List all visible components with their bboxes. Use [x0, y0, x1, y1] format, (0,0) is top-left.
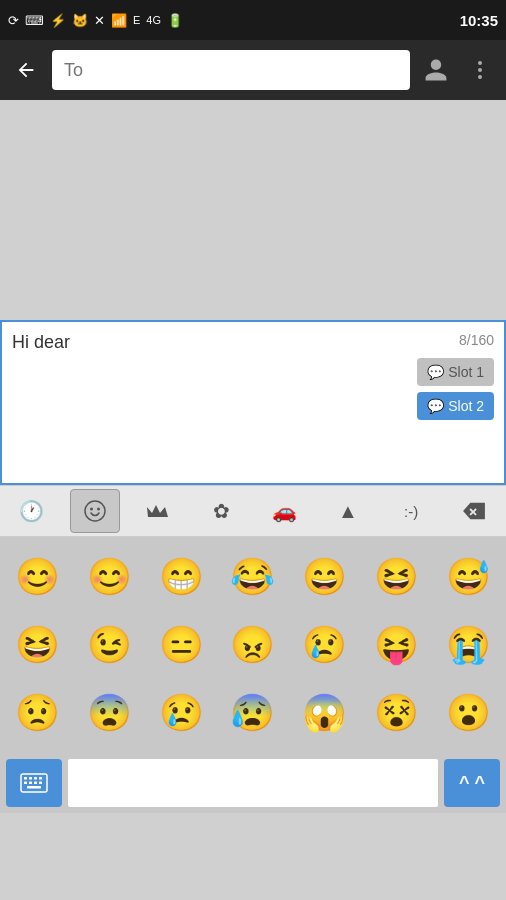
emoji-item[interactable]: 😁 [147, 545, 215, 609]
emoji-item[interactable]: 😊 [76, 545, 144, 609]
emoji-item[interactable]: 😑 [147, 613, 215, 677]
emoji-item[interactable]: 😠 [219, 613, 287, 677]
backspace-toolbar-btn[interactable] [449, 489, 499, 533]
emoji-item[interactable]: 😉 [76, 613, 144, 677]
clock-toolbar-btn[interactable]: 🕐 [7, 489, 57, 533]
emoji-item[interactable]: 😭 [434, 613, 502, 677]
cat-icon: 🐱 [72, 13, 88, 28]
top-bar [0, 40, 506, 100]
emoji-item[interactable]: 😊 [4, 545, 72, 609]
emoji-item[interactable]: 😮 [434, 681, 502, 745]
triangle-toolbar-btn[interactable]: ▲ [323, 489, 373, 533]
svg-rect-10 [34, 782, 37, 785]
slot1-icon: 💬 [427, 364, 444, 380]
emoji-item[interactable]: 😆 [4, 613, 72, 677]
svg-rect-8 [24, 782, 27, 785]
emoji-item[interactable]: 😆 [363, 545, 431, 609]
crown-toolbar-btn[interactable] [133, 489, 183, 533]
car-toolbar-btn[interactable]: 🚗 [260, 489, 310, 533]
emoji-item[interactable]: 😢 [291, 613, 359, 677]
status-icons-left: ⟳ ⌨ ⚡ 🐱 ✕ 📶 E 4G 🔋 [8, 13, 183, 28]
slot1-label: Slot 1 [448, 364, 484, 380]
menu-button[interactable] [462, 52, 498, 88]
bottom-text-input[interactable] [68, 759, 438, 807]
dots-icon [478, 61, 482, 79]
slot2-label: Slot 2 [448, 398, 484, 414]
emoji-item[interactable]: 😵 [363, 681, 431, 745]
svg-rect-7 [39, 777, 42, 780]
emoji-item[interactable]: 😟 [4, 681, 72, 745]
emoji-item[interactable]: 😅 [434, 545, 502, 609]
status-time: 10:35 [460, 12, 498, 29]
message-area [0, 100, 506, 320]
emoji-grid: 😊 😊 😁 😂 😄 😆 😅 😆 😉 😑 😠 😢 😝 😭 😟 😨 😢 😰 😱 😵 … [0, 537, 506, 753]
signal-off-icon: ✕ [94, 13, 105, 28]
battery-icon: 🔋 [167, 13, 183, 28]
emoji-item[interactable]: 😝 [363, 613, 431, 677]
emoji-item[interactable]: 😂 [219, 545, 287, 609]
char-count: 8/160 [459, 332, 494, 348]
slot-buttons: 💬 Slot 1 💬 Slot 2 [417, 358, 494, 420]
svg-rect-9 [29, 782, 32, 785]
caret-label: ^ ^ [459, 773, 485, 794]
emoji-item[interactable]: 😰 [219, 681, 287, 745]
slot1-button[interactable]: 💬 Slot 1 [417, 358, 494, 386]
network-4g-icon: 4G [146, 14, 161, 26]
emoji-item[interactable]: 😱 [291, 681, 359, 745]
caret-button[interactable]: ^ ^ [444, 759, 500, 807]
network-e-icon: E [133, 14, 140, 26]
flower-toolbar-btn[interactable]: ✿ [196, 489, 246, 533]
usb-icon: ⚡ [50, 13, 66, 28]
slot2-button[interactable]: 💬 Slot 2 [417, 392, 494, 420]
svg-rect-6 [34, 777, 37, 780]
emoji-item[interactable]: 😄 [291, 545, 359, 609]
back-button[interactable] [8, 52, 44, 88]
svg-rect-5 [29, 777, 32, 780]
emoji-item[interactable]: 😨 [76, 681, 144, 745]
smiley-toolbar-btn[interactable]: :-) [386, 489, 436, 533]
emoji-toolbar-btn[interactable] [70, 489, 120, 533]
compose-header: Hi dear 8/160 [12, 332, 494, 353]
wifi-icon: 📶 [111, 13, 127, 28]
status-bar: ⟳ ⌨ ⚡ 🐱 ✕ 📶 E 4G 🔋 10:35 [0, 0, 506, 40]
compose-text[interactable]: Hi dear [12, 332, 459, 353]
emoji-item[interactable]: 😢 [147, 681, 215, 745]
to-input[interactable] [52, 50, 410, 90]
svg-rect-12 [27, 786, 41, 789]
svg-rect-4 [24, 777, 27, 780]
svg-point-2 [97, 508, 100, 511]
svg-point-1 [90, 508, 93, 511]
keyboard-toggle-button[interactable] [6, 759, 62, 807]
sync-icon: ⟳ [8, 13, 19, 28]
bottom-bar: ^ ^ [0, 753, 506, 813]
svg-rect-11 [39, 782, 42, 785]
slot2-icon: 💬 [427, 398, 444, 414]
contact-button[interactable] [418, 52, 454, 88]
keyboard-toolbar: 🕐 ✿ 🚗 ▲ :-) [0, 485, 506, 537]
svg-point-0 [85, 501, 105, 521]
compose-box: Hi dear 8/160 💬 Slot 1 💬 Slot 2 [0, 320, 506, 485]
keyboard-icon: ⌨ [25, 13, 44, 28]
